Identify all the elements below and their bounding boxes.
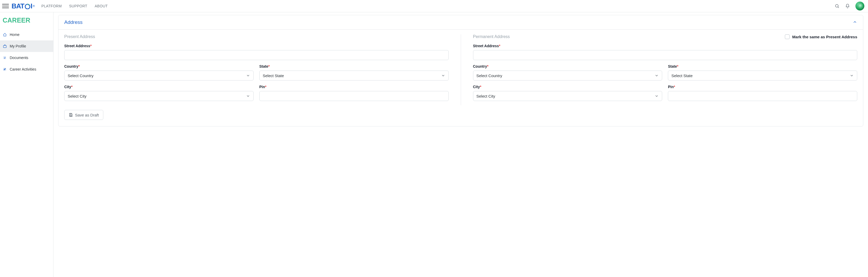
- sidebar-item-label: Documents: [10, 56, 28, 60]
- menu-toggle-button[interactable]: [2, 3, 9, 9]
- sidebar-item-documents[interactable]: Documents: [0, 52, 53, 63]
- permanent-country-select[interactable]: Select Country: [473, 70, 662, 81]
- chevron-down-icon: [655, 94, 659, 98]
- search-icon: [835, 4, 839, 8]
- panel-title: Address: [64, 20, 83, 25]
- sidebar: CAREER Home My Profile Documents Career …: [0, 12, 54, 277]
- present-address-header: Present Address: [64, 34, 95, 39]
- panel-header[interactable]: Address: [59, 15, 863, 30]
- sidebar-item-label: My Profile: [10, 44, 26, 48]
- leaf-icon: [24, 3, 31, 9]
- notifications-button[interactable]: [845, 3, 850, 9]
- permanent-city-select[interactable]: Select City: [473, 91, 662, 101]
- save-as-draft-button[interactable]: Save as Draft: [64, 110, 103, 120]
- permanent-address-header: Permanent Address: [473, 34, 510, 39]
- nav-platform[interactable]: PLATFORM: [41, 4, 62, 8]
- permanent-country-label: Country*: [473, 64, 662, 68]
- present-street-label: Street Address*: [64, 44, 449, 48]
- checkbox-icon: [785, 34, 789, 39]
- topbar: BAT I® PLATFORM SUPPORT ABOUT: [0, 0, 868, 12]
- sidebar-item-label: Career Activities: [10, 67, 36, 71]
- avatar[interactable]: [856, 2, 864, 10]
- present-country-label: Country*: [64, 64, 254, 68]
- permanent-pin-input[interactable]: [668, 91, 857, 101]
- primary-nav: PLATFORM SUPPORT ABOUT: [41, 4, 108, 8]
- document-check-icon: [3, 56, 7, 60]
- svg-rect-5: [3, 68, 6, 71]
- sidebar-title: CAREER: [0, 16, 53, 29]
- sidebar-item-career-activities[interactable]: Career Activities: [0, 63, 53, 75]
- svg-rect-6: [70, 115, 71, 116]
- permanent-state-label: State*: [668, 64, 857, 68]
- save-icon: [69, 113, 73, 117]
- present-address-column: Present Address Street Address* Country*: [64, 34, 461, 105]
- present-pin-input[interactable]: [259, 91, 449, 101]
- bell-icon: [845, 4, 850, 8]
- permanent-street-label: Street Address*: [473, 44, 858, 48]
- home-icon: [3, 33, 7, 37]
- svg-point-0: [25, 4, 30, 9]
- present-state-label: State*: [259, 64, 449, 68]
- svg-rect-3: [3, 45, 6, 48]
- chevron-down-icon: [246, 73, 250, 78]
- chevron-down-icon: [246, 94, 250, 98]
- present-pin-label: Pin*: [259, 85, 449, 89]
- address-panel: Address Present Address Street Address*: [58, 15, 863, 126]
- pencil-icon: [3, 67, 7, 71]
- present-city-select[interactable]: Select City: [64, 91, 254, 101]
- search-button[interactable]: [834, 3, 840, 9]
- briefcase-icon: [3, 44, 7, 48]
- permanent-street-input[interactable]: [473, 50, 858, 60]
- nav-support[interactable]: SUPPORT: [69, 4, 87, 8]
- sidebar-item-home[interactable]: Home: [0, 29, 53, 40]
- svg-rect-4: [3, 56, 6, 59]
- content-area: Address Present Address Street Address*: [54, 12, 868, 277]
- present-street-input[interactable]: [64, 50, 449, 60]
- permanent-pin-label: Pin*: [668, 85, 857, 89]
- logo[interactable]: BAT I®: [11, 2, 35, 10]
- mark-same-checkbox[interactable]: Mark the same as Present Address: [785, 34, 857, 39]
- present-state-select[interactable]: Select State: [259, 70, 449, 81]
- sidebar-item-label: Home: [10, 33, 20, 37]
- permanent-address-column: Permanent Address Mark the same as Prese…: [473, 34, 858, 105]
- present-country-select[interactable]: Select Country: [64, 70, 254, 81]
- chevron-down-icon: [441, 73, 445, 78]
- chevron-down-icon: [850, 73, 854, 78]
- present-city-label: City*: [64, 85, 254, 89]
- sidebar-item-my-profile[interactable]: My Profile: [0, 40, 53, 52]
- chevron-up-icon: [852, 20, 857, 25]
- nav-about[interactable]: ABOUT: [95, 4, 108, 8]
- permanent-state-select[interactable]: Select State: [668, 70, 857, 81]
- permanent-city-label: City*: [473, 85, 662, 89]
- svg-line-2: [838, 7, 839, 8]
- chevron-down-icon: [655, 73, 659, 78]
- svg-point-1: [835, 4, 838, 7]
